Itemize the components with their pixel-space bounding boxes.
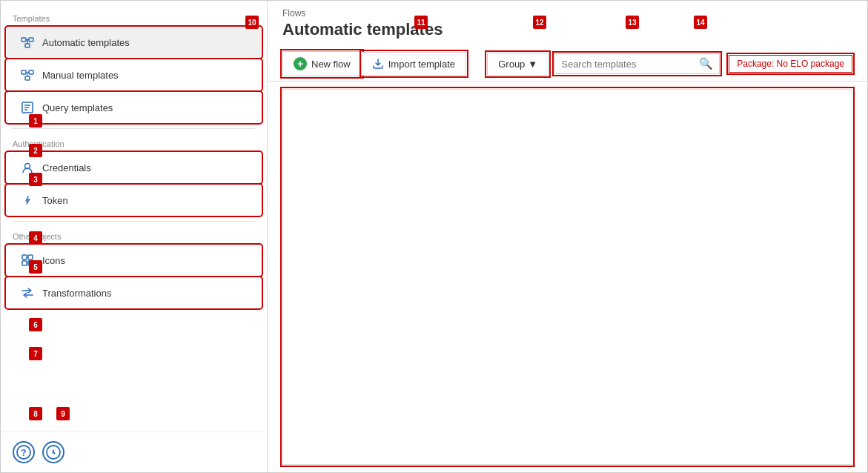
new-flow-label: New flow (311, 59, 351, 70)
svg-rect-16 (28, 255, 33, 259)
badge-8: 8 (29, 407, 42, 420)
sidebar-item-transformations[interactable]: Transformations (7, 278, 261, 308)
svg-rect-0 (21, 38, 26, 42)
breadcrumb: Flows (268, 1, 867, 19)
sidebar-item-query-templates-label: Query templates (42, 102, 113, 113)
svg-rect-7 (25, 76, 30, 80)
query-icon (20, 100, 35, 115)
badge-2: 2 (29, 144, 42, 157)
sidebar-item-query-templates[interactable]: Query templates (7, 93, 261, 122)
new-flow-button[interactable]: + New flow (282, 51, 362, 76)
content-area (282, 89, 852, 465)
badge-3: 3 (29, 173, 42, 186)
badge-10: 10 (245, 16, 259, 29)
sidebar-item-token[interactable]: Token (7, 185, 261, 215)
toolbar: + New flow Import template Group ▼ (268, 47, 867, 82)
divider-2 (13, 221, 255, 222)
page-title: Automatic templates (268, 19, 867, 47)
svg-rect-17 (22, 261, 27, 265)
main-content: Flows Automatic templates + New flow Imp… (268, 1, 867, 472)
sidebar-item-transformations-label: Transformations (42, 288, 111, 299)
sidebar-footer: ? (1, 431, 267, 472)
sidebar-item-manual-templates[interactable]: Manual templates (7, 60, 261, 90)
svg-rect-1 (29, 38, 33, 42)
transform-icon (20, 285, 35, 300)
plus-icon: + (294, 57, 307, 70)
sidebar-item-manual-templates-label: Manual templates (42, 70, 119, 81)
divider-1 (13, 128, 255, 129)
badge-14: 14 (694, 16, 707, 29)
token-icon (20, 193, 35, 208)
sidebar-item-icons[interactable]: Icons (7, 245, 261, 275)
settings-icon-button[interactable] (42, 441, 64, 463)
package-badge: Package: No ELO package (729, 55, 852, 73)
help-icon-button[interactable]: ? (13, 441, 35, 463)
app-container: 1 2 3 4 5 6 7 8 9 10 11 12 13 14 Templat… (0, 0, 868, 473)
search-box: 🔍 (554, 53, 720, 74)
badge-9: 9 (56, 407, 70, 420)
badge-6: 6 (29, 318, 42, 331)
sidebar-item-credentials-label: Credentials (42, 162, 91, 173)
sidebar-item-icons-label: Icons (42, 255, 65, 266)
import-icon (372, 58, 384, 70)
main-layout: Templates Automatic templates (1, 1, 867, 472)
sidebar-section-templates-label: Templates (1, 8, 267, 26)
import-template-button[interactable]: Import template (362, 52, 466, 76)
sidebar-item-automatic-templates-label: Automatic templates (42, 37, 130, 48)
group-button[interactable]: Group ▼ (487, 53, 549, 76)
chevron-down-icon: ▼ (528, 59, 537, 70)
svg-rect-6 (29, 70, 33, 74)
badge-5: 5 (29, 260, 42, 274)
svg-point-22 (53, 452, 55, 454)
svg-text:?: ? (21, 448, 26, 458)
sidebar-item-token-label: Token (42, 195, 68, 206)
badge-12: 12 (533, 16, 546, 29)
badge-13: 13 (626, 16, 639, 29)
sidebar-item-automatic-templates[interactable]: Automatic templates (7, 27, 261, 57)
group-label: Group (498, 59, 525, 70)
sidebar-item-credentials[interactable]: Credentials (7, 153, 261, 182)
search-icon: 🔍 (699, 57, 713, 70)
flow-icon (20, 35, 35, 50)
search-input[interactable] (561, 59, 695, 70)
flow-manual-icon (20, 67, 35, 82)
svg-rect-15 (22, 255, 27, 259)
badge-1: 1 (29, 114, 42, 128)
svg-rect-2 (25, 44, 30, 47)
badge-7: 7 (29, 347, 42, 360)
svg-rect-5 (21, 70, 26, 74)
badge-4: 4 (29, 231, 42, 245)
import-template-label: Import template (388, 59, 455, 70)
badge-11: 11 (414, 16, 428, 29)
